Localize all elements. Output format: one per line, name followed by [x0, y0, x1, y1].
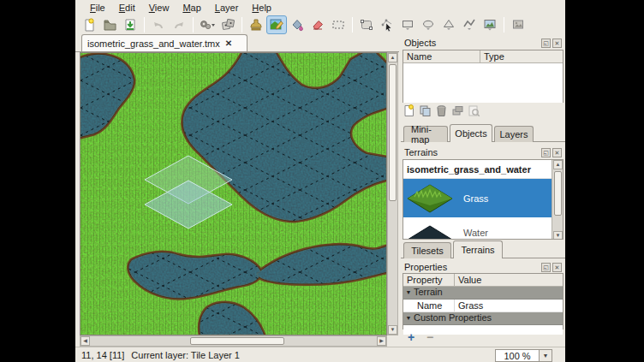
goto-object-button[interactable]: [468, 104, 480, 119]
edit-polygons-icon: [380, 18, 394, 32]
insert-ellipse-icon: [421, 18, 435, 32]
properties-column-value[interactable]: Value: [455, 274, 563, 286]
objects-column-name[interactable]: Name: [403, 50, 480, 62]
insert-polygon-button[interactable]: [438, 15, 459, 34]
terrain-item-grass[interactable]: Grass: [403, 179, 552, 217]
main-toolbar: [75, 15, 565, 35]
vertical-scroll-thumb[interactable]: [389, 64, 397, 201]
properties-column-property[interactable]: Property: [403, 274, 455, 286]
insert-tile-button[interactable]: [480, 15, 500, 34]
insert-image-button[interactable]: [508, 15, 528, 34]
status-bar: 11, 14 [11] Current layer: Tile Layer 1 …: [75, 347, 565, 362]
insert-polyline-button[interactable]: [459, 15, 480, 34]
water-tile-icon: [403, 217, 456, 240]
terrain-group-row[interactable]: ▼ Terrain: [403, 287, 563, 300]
menu-file[interactable]: File: [84, 2, 111, 14]
open-button[interactable]: [99, 15, 120, 34]
menu-layer[interactable]: Layer: [209, 2, 245, 14]
cursor-position-status: 11, 14 [11]: [81, 350, 124, 360]
properties-dock-title: Properties: [404, 262, 540, 272]
zoom-select[interactable]: 100 % ▼: [495, 349, 552, 362]
redo-button[interactable]: [169, 15, 189, 34]
scroll-up-icon[interactable]: ▲: [553, 160, 563, 169]
float-dock-icon[interactable]: ◱: [541, 39, 551, 48]
select-objects-button[interactable]: [356, 15, 377, 34]
objects-dock-titlebar: Objects ◱ ✕: [404, 37, 562, 49]
name-property-row[interactable]: Name Grass: [403, 300, 563, 312]
redo-icon: [172, 18, 186, 32]
float-dock-icon[interactable]: ◱: [541, 263, 551, 272]
scroll-down-icon[interactable]: ▼: [388, 325, 397, 335]
properties-dock-titlebar: Properties ◱ ✕: [404, 261, 562, 273]
scroll-up-icon[interactable]: ▲: [388, 53, 397, 62]
rectangular-select-button[interactable]: [328, 15, 349, 34]
terrains-tileset-header[interactable]: isometric_grass_and_water: [403, 160, 552, 179]
close-dock-icon[interactable]: ✕: [552, 263, 562, 272]
grass-tile-icon: [403, 179, 456, 217]
insert-rectangle-button[interactable]: [397, 15, 418, 34]
close-dock-icon[interactable]: ✕: [552, 39, 562, 48]
map-canvas[interactable]: [80, 52, 387, 335]
tab-close-icon[interactable]: ✕: [225, 39, 232, 48]
duplicate-objects-button[interactable]: [419, 104, 432, 119]
tiled-window: File Edit View Map Layer Help: [75, 0, 565, 362]
float-dock-icon[interactable]: ◱: [541, 148, 551, 157]
document-tab[interactable]: isometric_grass_and_water.tmx ✕: [81, 34, 247, 51]
move-objects-button[interactable]: [451, 104, 464, 119]
scroll-right-icon[interactable]: ▶: [377, 336, 386, 346]
add-object-layer-button[interactable]: [402, 104, 415, 119]
save-button[interactable]: [120, 15, 140, 34]
insert-tile-icon: [483, 18, 497, 32]
menu-view[interactable]: View: [143, 2, 176, 14]
properties-table-header: Property Value: [403, 274, 563, 287]
map-vertical-scrollbar[interactable]: ▲ ▼: [387, 52, 398, 335]
tab-tilesets[interactable]: Tilesets: [403, 242, 451, 258]
undo-button[interactable]: [148, 15, 169, 34]
scroll-down-icon[interactable]: ▼: [553, 231, 563, 240]
zoom-dropdown-icon[interactable]: ▼: [539, 350, 552, 361]
add-property-button[interactable]: +: [404, 332, 418, 344]
tab-objects[interactable]: Objects: [450, 124, 492, 142]
eraser-icon: [311, 18, 325, 32]
collapse-icon[interactable]: ▼: [403, 287, 414, 299]
insert-ellipse-button[interactable]: [418, 15, 438, 34]
horizontal-scroll-thumb[interactable]: [190, 337, 284, 345]
custom-properties-group-row[interactable]: ▼ Custom Properties: [403, 312, 563, 325]
eraser-button[interactable]: [307, 15, 328, 34]
scroll-left-icon[interactable]: ◀: [80, 336, 90, 346]
map-horizontal-scrollbar[interactable]: ◀ ▶: [80, 335, 387, 347]
collapse-icon[interactable]: ▼: [403, 312, 414, 324]
tab-terrains[interactable]: Terrains: [453, 240, 503, 258]
insert-polyline-icon: [462, 18, 476, 32]
menu-edit[interactable]: Edit: [113, 2, 141, 14]
terrains-scroll-thumb[interactable]: [554, 171, 562, 216]
group-label: Terrain: [414, 287, 443, 299]
terrain-brush-button[interactable]: [266, 15, 287, 34]
close-dock-icon[interactable]: ✕: [552, 148, 562, 157]
bucket-fill-button[interactable]: [287, 15, 307, 34]
properties-toolbar: + −: [404, 332, 437, 344]
terrain-brush-icon: [270, 18, 283, 32]
toolbar-separator: [144, 17, 145, 33]
commands-button[interactable]: [197, 15, 218, 34]
remove-property-button[interactable]: −: [423, 332, 437, 344]
new-button[interactable]: [79, 15, 99, 34]
tab-layers[interactable]: Layers: [494, 126, 534, 142]
zoom-value: 100 %: [496, 351, 539, 361]
menu-help[interactable]: Help: [246, 2, 277, 14]
terrains-scrollbar[interactable]: ▲ ▼: [552, 160, 563, 240]
bucket-fill-icon: [290, 18, 304, 32]
terrain-item-water[interactable]: Water: [403, 217, 552, 240]
random-mode-button[interactable]: [218, 15, 238, 34]
lower-dock-tabs: Mini-map Objects Layers: [401, 124, 565, 142]
objects-list-empty[interactable]: [403, 63, 563, 103]
open-folder-icon: [103, 18, 116, 32]
tab-mini-map[interactable]: Mini-map: [403, 126, 448, 142]
menu-map[interactable]: Map: [176, 2, 206, 14]
remove-objects-button[interactable]: [435, 104, 448, 119]
group-label: Custom Properties: [414, 312, 492, 324]
objects-column-type[interactable]: Type: [480, 50, 563, 62]
stamp-brush-button[interactable]: [246, 15, 266, 34]
edit-polygons-button[interactable]: [377, 15, 397, 34]
property-value[interactable]: Grass: [455, 300, 563, 312]
